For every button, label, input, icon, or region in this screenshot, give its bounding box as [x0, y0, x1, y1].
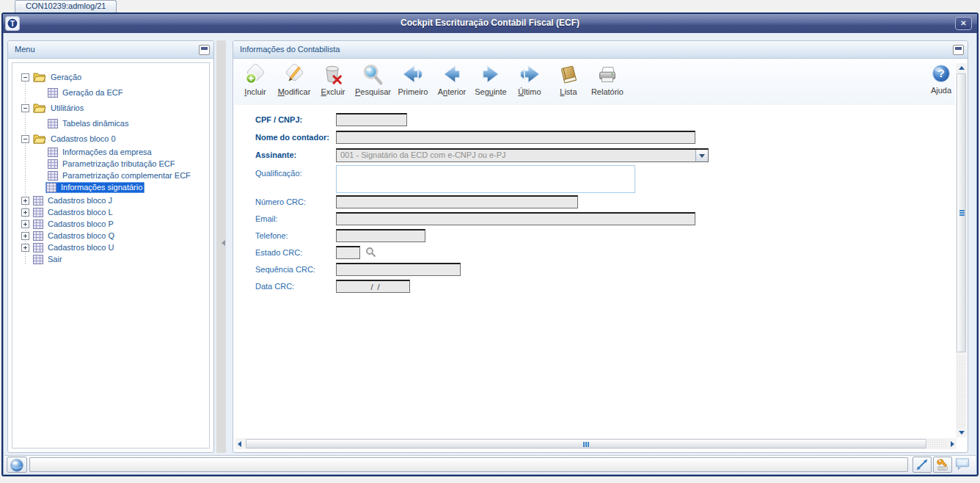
content-panel-title: Informações do Contabilista [240, 45, 340, 54]
vertical-scroll-thumb[interactable] [957, 73, 966, 352]
seguinte-button[interactable]: Seguinte [474, 63, 508, 96]
assinante-selected-value: 001 - Signatário da ECD com e-CNPJ ou e-… [340, 150, 506, 159]
scroll-right-arrow[interactable] [947, 438, 957, 449]
tree-item-tabelas-dinamicas[interactable]: Tabelas dinâmicas [12, 117, 209, 129]
expand-expander-icon[interactable] [21, 220, 29, 228]
tree-item-label: Informações da empresa [62, 148, 152, 156]
ajuda-button[interactable]: ? Ajuda [929, 63, 954, 95]
tree-item-cadastros-bloco-u[interactable]: Cadastros bloco U [12, 242, 209, 253]
grid-icon [33, 243, 43, 253]
scroll-grip-icon [583, 442, 589, 447]
scroll-down-arrow[interactable] [956, 428, 967, 437]
cpf-input[interactable] [336, 113, 407, 126]
cpf-label: CPF / CNPJ: [255, 115, 302, 124]
last-arrow-icon [517, 63, 542, 87]
sequencia-crc-input[interactable] [336, 263, 461, 276]
estado-crc-input[interactable] [336, 246, 360, 259]
vertical-scroll-track[interactable] [957, 355, 966, 427]
tree-item-parametrizacao-complementar-ecf[interactable]: Parametrização complementar ECF [12, 170, 209, 181]
telefone-label: Telefone: [255, 231, 288, 240]
nome-contador-input[interactable] [336, 131, 695, 144]
tree-item-label: Geração [51, 73, 81, 81]
vertical-scrollbar[interactable] [956, 63, 967, 437]
scroll-up-arrow[interactable] [956, 63, 967, 73]
tree-item-geracao-da-ecf[interactable]: Geração da ECF [12, 87, 209, 98]
grid-icon [46, 183, 56, 192]
next-arrow-icon [478, 63, 503, 87]
relatorio-button[interactable]: Relatório [590, 63, 624, 96]
grid-icon [48, 159, 58, 169]
tree-item-cadastros-bloco-p[interactable]: Cadastros bloco P [12, 218, 209, 230]
anterior-button[interactable]: Anterior [435, 63, 469, 96]
chevron-down-icon[interactable] [695, 150, 708, 161]
lista-button[interactable]: Lista [552, 63, 585, 96]
horizontal-scroll-thumb[interactable] [246, 439, 926, 448]
tree-item-label: Sair [48, 255, 62, 264]
estado-crc-lookup-icon[interactable] [365, 247, 377, 258]
sequencia-crc-label: Sequência CRC: [255, 265, 315, 274]
content-panel: Informações do Contabilista Incluir [233, 40, 968, 453]
printer-icon [595, 63, 620, 87]
status-sphere-button[interactable] [7, 457, 27, 473]
status-bar [4, 455, 976, 473]
primeiro-button[interactable]: Primeiro [396, 63, 430, 96]
menu-panel-title: Menu [15, 45, 35, 54]
grid-icon [48, 88, 58, 98]
toolbar-button-label: Pesquisar [355, 87, 391, 96]
grid-icon [48, 148, 58, 157]
toolbar-button-label: Lista [560, 87, 577, 96]
keyboard-config-button[interactable] [933, 457, 952, 473]
tree-item-cadastros-bloco-l[interactable]: Cadastros bloco L [12, 206, 209, 218]
expand-expander-icon[interactable] [21, 197, 29, 205]
tree-item-label: Cadastros bloco Q [48, 231, 114, 240]
tree-item-informacoes-da-empresa[interactable]: Informações da empresa [12, 146, 209, 158]
resize-button[interactable] [913, 457, 932, 473]
incluir-button[interactable]: Incluir [238, 63, 272, 96]
tree-item-cadastros-bloco-0[interactable]: Cadastros bloco 0 [12, 133, 209, 145]
pesquisar-button[interactable]: Pesquisar [355, 63, 391, 96]
numero-crc-label: Número CRC: [255, 197, 306, 206]
tree-item-cadastros-bloco-j[interactable]: Cadastros bloco J [12, 195, 209, 206]
toolbar-button-label: Incluir [244, 87, 266, 96]
collapse-expander-icon[interactable] [21, 104, 29, 112]
email-label: Email: [255, 214, 278, 223]
tree-item-cadastros-bloco-q[interactable]: Cadastros bloco Q [12, 230, 209, 242]
modificar-button[interactable]: Modificar [277, 63, 311, 96]
email-input[interactable] [336, 212, 695, 225]
data-crc-label: Data CRC: [255, 282, 294, 291]
collapse-expander-icon[interactable] [21, 135, 29, 143]
scroll-left-arrow[interactable] [235, 438, 245, 449]
grid-icon [33, 196, 43, 206]
numero-crc-input[interactable] [336, 195, 578, 208]
qualificacao-textarea[interactable] [336, 165, 635, 193]
expand-expander-icon[interactable] [21, 208, 29, 217]
window-title: Cockpit Escrituração Contábil Fiscal (EC… [3, 18, 977, 28]
tree-item-geracao[interactable]: Geração [12, 71, 209, 83]
excluir-button[interactable]: Excluir [316, 63, 350, 96]
assinante-select[interactable]: 001 - Signatário da ECD com e-CNPJ ou e-… [336, 148, 709, 162]
horizontal-scroll-track[interactable] [927, 439, 946, 448]
horizontal-scrollbar[interactable] [235, 438, 957, 449]
search-icon [360, 63, 385, 87]
panel-splitter[interactable] [216, 40, 226, 453]
tree-item-parametrizacao-tributacao-ecf[interactable]: Parametrização tributação ECF [12, 158, 209, 170]
content-collapse-icon[interactable] [953, 45, 964, 55]
menu-collapse-icon[interactable] [199, 45, 210, 55]
chat-button[interactable] [954, 457, 974, 473]
expand-expander-icon[interactable] [21, 244, 29, 252]
tree-item-utilitarios[interactable]: Utilitários [12, 102, 209, 114]
chat-icon [954, 457, 971, 471]
expand-expander-icon[interactable] [21, 232, 29, 240]
ultimo-button[interactable]: Último [513, 63, 546, 96]
tree-item-label: Informações signatário [61, 183, 142, 192]
folder-open-icon [33, 72, 46, 82]
telefone-input[interactable] [336, 229, 425, 242]
tree-item-informacoes-signatario[interactable]: Informações signatário [12, 181, 209, 193]
session-tab[interactable]: CON10239:admlog/21 [15, 0, 117, 12]
close-button[interactable]: ✕ [955, 17, 972, 30]
estado-crc-label: Estado CRC: [255, 248, 302, 257]
data-crc-input[interactable] [336, 280, 410, 293]
grid-icon [33, 231, 43, 241]
collapse-expander-icon[interactable] [21, 73, 29, 81]
tree-item-sair[interactable]: Sair [12, 253, 209, 265]
